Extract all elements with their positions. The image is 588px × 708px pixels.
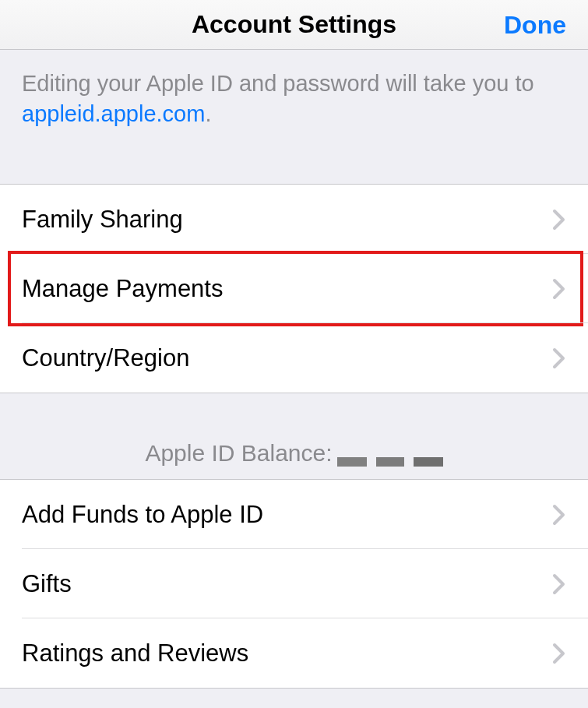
balance-value-redacted — [337, 457, 443, 467]
redacted-bar — [376, 457, 404, 467]
balance-label: Apple ID Balance: — [145, 440, 332, 467]
row-label: Ratings and Reviews — [22, 639, 552, 667]
add-funds-row[interactable]: Add Funds to Apple ID — [0, 480, 588, 549]
country-region-row[interactable]: Country/Region — [0, 323, 588, 393]
info-text-before: Editing your Apple ID and password will … — [22, 71, 534, 96]
row-label: Add Funds to Apple ID — [22, 501, 552, 529]
info-text-after: . — [205, 101, 211, 126]
chevron-right-icon — [552, 643, 566, 664]
chevron-right-icon — [552, 209, 566, 231]
redacted-bar — [414, 457, 443, 467]
account-list: Family Sharing Manage Payments Country/R… — [0, 184, 588, 393]
family-sharing-row[interactable]: Family Sharing — [0, 185, 588, 254]
ratings-reviews-row[interactable]: Ratings and Reviews — [0, 618, 588, 688]
gifts-row[interactable]: Gifts — [0, 549, 588, 618]
funds-list: Add Funds to Apple ID Gifts Ratings and … — [0, 479, 588, 689]
info-text: Editing your Apple ID and password will … — [0, 50, 588, 184]
page-title: Account Settings — [192, 10, 396, 39]
bottom-spacer — [0, 689, 588, 708]
row-label: Manage Payments — [22, 275, 552, 303]
chevron-right-icon — [552, 573, 566, 595]
row-label: Country/Region — [22, 344, 552, 372]
redacted-bar — [337, 457, 367, 467]
row-label: Family Sharing — [22, 206, 552, 234]
appleid-link[interactable]: appleid.apple.com — [22, 101, 205, 126]
done-button[interactable]: Done — [504, 10, 566, 39]
navigation-bar: Account Settings Done — [0, 0, 588, 50]
balance-header: Apple ID Balance: — [0, 393, 588, 479]
chevron-right-icon — [552, 278, 566, 300]
chevron-right-icon — [552, 504, 566, 526]
manage-payments-row[interactable]: Manage Payments — [0, 254, 588, 323]
chevron-right-icon — [552, 347, 566, 369]
row-label: Gifts — [22, 570, 552, 598]
